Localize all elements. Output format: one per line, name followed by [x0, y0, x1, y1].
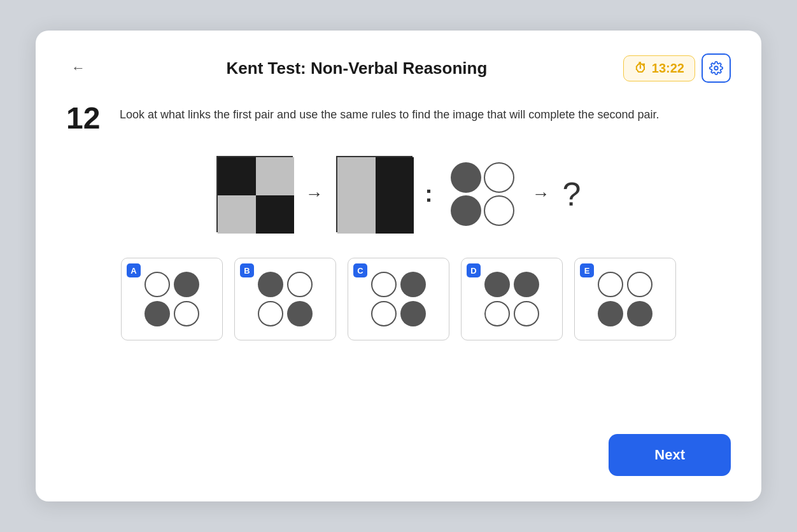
grid-pair-1a: [216, 156, 293, 232]
option-b-circles: [255, 269, 315, 329]
quiz-card: ← Kent Test: Non-Verbal Reasoning ⏱ 13:2…: [36, 31, 761, 501]
header-controls: ⏱ 13:22: [623, 53, 731, 83]
option-b[interactable]: B: [234, 258, 336, 340]
circles-pair-2a: [446, 157, 519, 231]
back-button[interactable]: ←: [66, 57, 90, 79]
arrow-1: →: [306, 184, 323, 204]
circle-2a-br: [484, 195, 514, 226]
option-e-label: E: [580, 263, 594, 277]
option-d[interactable]: D: [461, 258, 563, 340]
cell-1b-br: [376, 195, 414, 234]
option-d-circles: [482, 269, 542, 329]
header: ← Kent Test: Non-Verbal Reasoning ⏱ 13:2…: [66, 53, 731, 83]
svg-point-0: [714, 66, 718, 70]
cell-1a-tr: [256, 157, 294, 195]
option-a-label: A: [127, 263, 141, 277]
cell-1a-bl: [218, 195, 256, 234]
option-e[interactable]: E: [574, 258, 676, 340]
option-d-label: D: [467, 263, 481, 277]
question-number: 12: [66, 101, 104, 136]
gear-icon: [709, 61, 723, 75]
settings-button[interactable]: [702, 53, 731, 83]
option-b-label: B: [240, 263, 254, 277]
cell-1b-tl: [337, 157, 376, 195]
circle-2a-tl: [451, 162, 481, 193]
cell-1a-tl: [218, 157, 256, 195]
question-text: Look at what links the first pair and us…: [120, 101, 659, 124]
option-a[interactable]: A: [121, 258, 223, 340]
option-c-label: C: [353, 263, 367, 277]
option-e-circles: [595, 269, 655, 329]
cell-1b-bl: [337, 195, 376, 234]
option-a-circles: [142, 269, 202, 329]
page-title: Kent Test: Non-Verbal Reasoning: [90, 59, 623, 78]
option-c-circles: [369, 269, 428, 329]
colon-separator: :: [425, 181, 433, 207]
timer-value: 13:22: [652, 61, 684, 76]
cell-1a-br: [256, 195, 294, 234]
timer-icon: ⏱: [634, 61, 647, 76]
diagram-area: → : → ?: [66, 156, 731, 232]
option-c[interactable]: C: [348, 258, 449, 340]
circle-2a-tr: [484, 162, 514, 193]
grid-pair-1b: [336, 156, 413, 232]
arrow-2: →: [532, 184, 550, 204]
circle-2a-bl: [451, 195, 481, 226]
cell-1b-tr: [376, 157, 414, 195]
question-mark: ?: [563, 175, 581, 213]
next-button[interactable]: Next: [609, 434, 731, 476]
options-row: A B C: [66, 258, 731, 340]
question-section: 12 Look at what links the first pair and…: [66, 101, 731, 136]
timer-display: ⏱ 13:22: [623, 55, 695, 81]
